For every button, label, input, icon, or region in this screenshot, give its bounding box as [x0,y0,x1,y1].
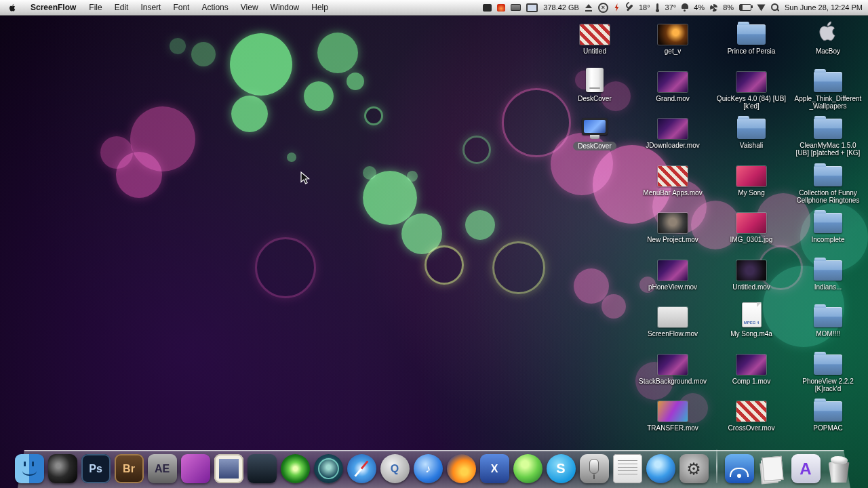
desktop-icon-apple-think-different-wallpapers[interactable]: Apple_Think_Different _Wallpapers [793,65,863,110]
display-icon[interactable] [526,3,538,12]
lightning-icon[interactable] [614,3,620,12]
desktop-icon-mom[interactable]: MOM!!!! [793,300,863,338]
desktop-icon-phoneview-2-2-2-k-rack-d[interactable]: PhoneView 2.2.2 [K]rack'd [793,348,863,392]
dock-icon-airport-utility[interactable] [725,454,754,483]
bell-icon[interactable] [682,3,688,12]
desktop-icon-macboy[interactable]: MacBoy [793,18,863,55]
app-menu-screenflow[interactable]: ScreenFlow [24,0,83,15]
menu-edit[interactable]: Edit [108,0,135,15]
desktop-icon-screenflow-mov[interactable]: ScreenFlow.mov [637,300,708,338]
menu-font[interactable]: Font [167,0,195,15]
keyboard-icon[interactable] [511,4,521,11]
menu-bar-status-area: 378.42 GB18°37°4%8%Sun June 28, 12:24 PM [480,0,868,15]
dock-icon-bridge[interactable]: Br [115,454,144,483]
desktop-icon-incomplete[interactable]: Incomplete [793,206,863,243]
status-temperature-cpu[interactable]: 37° [665,3,677,12]
fan-icon[interactable] [710,4,717,12]
desktop-icon-untitled-mov[interactable]: Untitled.mov [716,253,787,291]
status-disk-space[interactable]: 378.42 GB [543,3,579,12]
spotlight-icon[interactable] [771,3,779,12]
dock-icon-after-effects[interactable]: AE [148,454,177,483]
dock-icon-photoshop[interactable]: Ps [81,454,111,483]
menu-actions[interactable]: Actions [195,0,234,15]
stop-icon[interactable] [598,3,608,13]
desktop-icon-label: DeskCover [578,95,611,102]
desktop-icon-label: TRANSFER.mov [647,424,698,432]
dock-icon-documents-stack[interactable] [758,454,787,483]
dock-icon-skype[interactable]: S [547,454,576,483]
thumb-photo-icon [658,213,688,233]
menu-window[interactable]: Window [264,0,306,15]
dock-icon-trash-full[interactable] [825,454,854,483]
desktop-icon-my-song-m4a[interactable]: MPEG 4My Song.m4a [716,300,787,338]
red-gauge-icon[interactable] [497,4,505,12]
dock-icon-firefox[interactable] [447,454,476,483]
desktop-icon-popmac[interactable]: POPMAC [793,394,863,432]
wrench-icon[interactable] [625,3,633,12]
dock-icon-blue-globe[interactable] [646,454,675,483]
dock-icon-safari[interactable] [347,454,376,483]
desktop-icon-get-v[interactable]: get_v [637,18,708,55]
battery-icon[interactable] [739,4,751,11]
dock-icon-quicktime[interactable]: Q [380,454,410,483]
menu-help[interactable]: Help [305,0,334,15]
bridge-glyph: Br [115,454,144,483]
dock-icon-mail-stamp[interactable] [214,454,243,483]
dock-icon-green-mandala[interactable] [281,454,310,483]
font-app-glyph: A [791,454,821,483]
desktop-icon-label: IMG_0301.jpg [730,236,773,243]
dock-icon-green-globe[interactable] [513,454,542,483]
photoshop-glyph: Ps [81,454,111,483]
desktop-icon-comp-1-mov[interactable]: Comp 1.mov [716,348,787,385]
dock-icon-time-machine[interactable] [314,454,343,483]
desktop-icon-crossover-mov[interactable]: CrossOver.mov [716,394,787,432]
thermometer-icon[interactable] [656,3,660,12]
thumb-pink-icon [736,213,766,233]
desktop-icon-indians[interactable]: Indians... [793,253,863,291]
menu-file[interactable]: File [83,0,108,15]
status-cpu-usage[interactable]: 4% [694,3,705,12]
desktop-icon-label: MacBoy [816,47,840,55]
desktop-icon-stackbackground-mov[interactable]: StackBackground.mov [637,348,708,385]
airport-icon[interactable] [757,4,766,12]
desktop-icon-quickeys-4-0-84-ub-k-ed[interactable]: QuicKeys 4.0 (84) [UB] [k'ed] [716,65,787,110]
desktop-icon-img-0301-jpg[interactable]: IMG_0301.jpg [716,206,787,243]
desktop-icon-prince-of-persia[interactable]: Prince of Persia [716,18,787,55]
desktop-icon-collection-of-funny-cellphone-ringtones[interactable]: Collection of Funny Cellphone Ringtones [793,159,863,204]
display-icon [582,118,608,135]
dock-icon-itunes[interactable]: ♪ [414,454,443,483]
desktop-icon-vaishali[interactable]: Vaishali [716,112,787,149]
dock-icon-finder[interactable] [15,454,44,483]
doc-icon: MPEG 4 [742,302,762,327]
desktop-icon-menubar-apps-mov[interactable]: MenuBar Apps.mov [637,159,708,197]
status-battery-level[interactable]: 8% [723,3,734,12]
menu-view[interactable]: View [235,0,264,15]
dock-icon-system-preferences[interactable]: ⚙ [679,454,709,483]
status-clock[interactable]: Sun June 28, 12:24 PM [785,3,863,12]
dock-icon-textedit[interactable] [613,454,642,483]
desktop-icon-transfer-mov[interactable]: TRANSFER.mov [637,394,708,432]
dock-icon-font-app[interactable]: A [791,454,821,483]
desktop-icon-jdownloader-mov[interactable]: JDownloader.mov [637,112,708,149]
dock-icon-dark-app[interactable] [248,454,277,483]
desktop-icon-phoneview-mov[interactable]: pHoneView.mov [637,253,708,291]
desktop-icon-deskcover[interactable]: DeskCover [559,65,630,102]
dock-icon-audio-recorder[interactable] [580,454,609,483]
desktop-icon-new-project-mov[interactable]: New Project.mov [637,206,708,243]
desktop-icon-my-song[interactable]: My Song [716,159,787,197]
dock-icon-xcode[interactable]: X [480,454,509,483]
status-temperature-outside[interactable]: 18° [639,3,650,12]
dock-row: PsBrAEQ♪XS⚙A [15,449,854,488]
apple-menu[interactable] [0,0,24,15]
apple-logo-icon [8,3,17,13]
desktop-icon-untitled[interactable]: Untitled [559,18,630,55]
desktop-icon-deskcover[interactable]: DeskCover [559,112,630,150]
desktop-icon-grand-mov[interactable]: Grand.mov [637,65,708,102]
eject-icon[interactable] [585,4,593,12]
menu-insert[interactable]: Insert [134,0,167,15]
screen-recorder-icon[interactable] [483,4,492,12]
desktop-icon-cleanmymac-1-5-0-ub-p-atched-kg[interactable]: CleanMyMac 1.5.0 [UB] [p]atched + [KG] [793,112,863,157]
thumb-sparks-icon [658,24,688,45]
dock-icon-movie-camera[interactable] [48,454,77,483]
dock-icon-purple-app[interactable] [181,454,210,483]
